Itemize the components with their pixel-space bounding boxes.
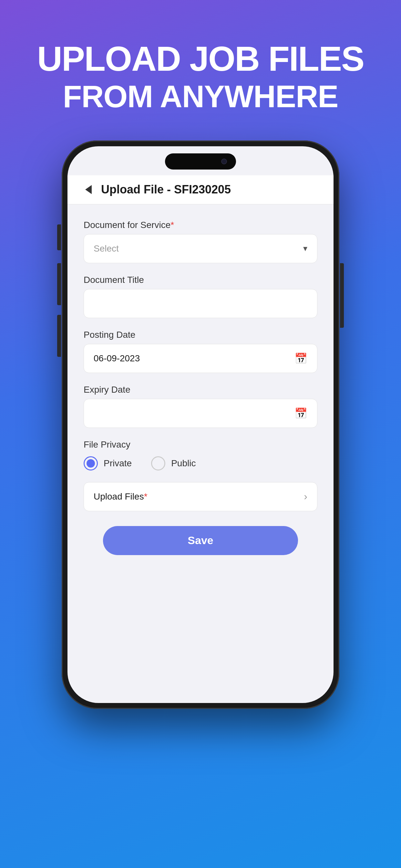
posting-date-input[interactable]: 06-09-2023 📅	[84, 344, 317, 373]
calendar-icon: 📅	[295, 352, 307, 365]
camera-dot	[221, 159, 227, 164]
phone-screen: Upload File - SFI230205 Document for Ser…	[67, 146, 334, 703]
hero-title-line2: FROM ANYWHERE	[37, 79, 364, 114]
radio-private-circle	[84, 456, 98, 470]
hero-section: UPLOAD JOB FILES FROM ANYWHERE	[37, 39, 364, 115]
posting-date-group: Posting Date 06-09-2023 📅	[84, 330, 317, 373]
upload-files-button[interactable]: Upload Files* ›	[84, 482, 317, 511]
save-button[interactable]: Save	[103, 526, 298, 555]
phone-mockup: Upload File - SFI230205 Document for Ser…	[62, 141, 339, 709]
posting-date-label: Posting Date	[84, 330, 317, 340]
expiry-date-label: Expiry Date	[84, 384, 317, 395]
form-content: Document for Service* Select ▾ Document …	[67, 205, 334, 703]
document-for-service-label: Document for Service*	[84, 220, 317, 230]
document-title-label: Document Title	[84, 275, 317, 285]
back-button[interactable]	[81, 182, 96, 197]
app-header: Upload File - SFI230205	[67, 175, 334, 205]
required-star: *	[171, 220, 174, 230]
radio-private[interactable]: Private	[84, 456, 132, 470]
file-privacy-group: File Privacy Private Public	[84, 439, 317, 470]
radio-public-label: Public	[171, 458, 196, 469]
chevron-right-icon: ›	[304, 491, 307, 502]
file-privacy-label: File Privacy	[84, 439, 317, 450]
power-button	[340, 263, 344, 328]
volume-up-button	[57, 263, 61, 305]
hero-title-line1: UPLOAD JOB FILES	[37, 39, 364, 79]
upload-required-star: *	[144, 492, 148, 501]
volume-down-button	[57, 315, 61, 357]
document-title-group: Document Title	[84, 275, 317, 318]
radio-public-circle	[151, 456, 165, 470]
radio-public[interactable]: Public	[151, 456, 196, 470]
dynamic-island	[165, 153, 236, 169]
page-title: Upload File - SFI230205	[101, 183, 231, 196]
phone-frame: Upload File - SFI230205 Document for Ser…	[62, 141, 339, 709]
radio-options: Private Public	[84, 456, 317, 470]
posting-date-value: 06-09-2023	[94, 353, 140, 364]
document-for-service-group: Document for Service* Select ▾	[84, 220, 317, 263]
radio-private-fill	[87, 459, 95, 468]
document-for-service-value: Select	[94, 244, 119, 254]
upload-files-label: Upload Files*	[94, 492, 148, 502]
back-chevron-icon	[85, 185, 92, 194]
document-title-input[interactable]	[84, 289, 317, 318]
expiry-date-group: Expiry Date 📅	[84, 384, 317, 428]
radio-private-label: Private	[104, 458, 132, 469]
expiry-calendar-icon: 📅	[295, 407, 307, 420]
dropdown-arrow-icon: ▾	[303, 244, 307, 253]
document-for-service-select[interactable]: Select ▾	[84, 234, 317, 263]
expiry-date-input[interactable]: 📅	[84, 399, 317, 428]
